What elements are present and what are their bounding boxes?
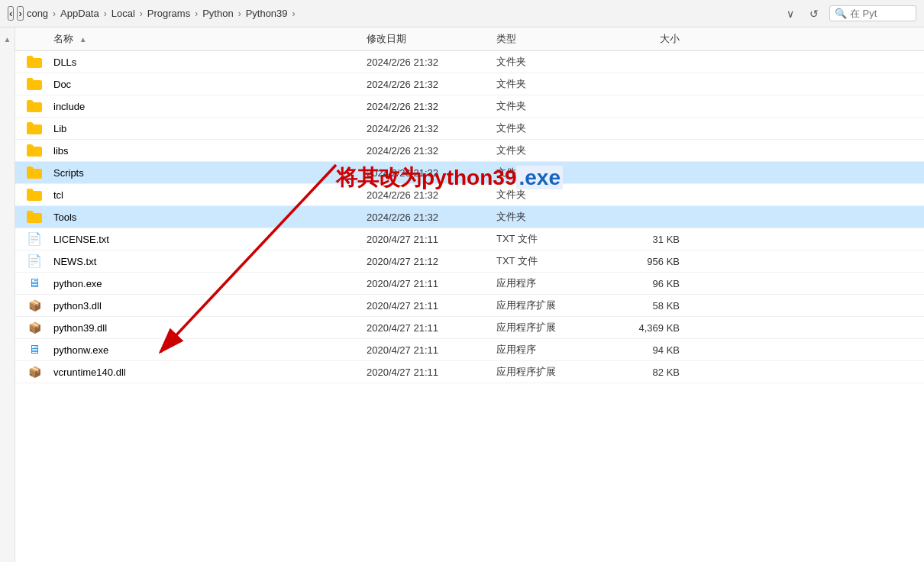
breadcrumb-sep-6: › — [292, 8, 296, 19]
file-name-cell: python.exe — [53, 278, 367, 289]
breadcrumb-sep-4: › — [195, 8, 198, 19]
file-size-cell: 94 KB — [619, 344, 695, 356]
file-date-cell: 2020/4/27 21:11 — [367, 344, 496, 356]
file-icon-cell — [15, 189, 53, 201]
breadcrumb-programs[interactable]: Programs — [147, 8, 190, 19]
search-input[interactable] — [850, 8, 911, 19]
breadcrumb-cong[interactable]: cong — [27, 8, 48, 19]
file-type-cell: 文件夹 — [496, 144, 619, 157]
table-row[interactable]: 📦 python39.dll 2020/4/27 21:11 应用程序扩展 4,… — [15, 317, 924, 339]
file-size-cell: 96 KB — [619, 278, 695, 289]
file-name-cell: pythonw.exe — [53, 344, 367, 356]
file-size-cell: 4,369 KB — [619, 322, 695, 334]
file-icon-cell: 📄 — [15, 233, 53, 245]
breadcrumb-appdata[interactable]: AppData — [60, 8, 99, 19]
file-date-cell: 2024/2/26 21:32 — [367, 79, 496, 90]
file-date-cell: 2024/2/26 21:32 — [367, 101, 496, 112]
table-row[interactable]: 📦 python3.dll 2020/4/27 21:11 应用程序扩展 58 … — [15, 295, 924, 317]
folder-icon — [27, 189, 42, 201]
breadcrumb-sep-3: › — [140, 8, 143, 19]
file-type-cell: 文件夹 — [496, 121, 619, 135]
breadcrumb-local[interactable]: Local — [111, 8, 135, 19]
file-icon-cell — [15, 144, 53, 157]
folder-icon — [27, 78, 42, 90]
dropdown-button[interactable]: ∨ — [782, 6, 799, 21]
file-date-cell: 2024/2/26 21:32 — [367, 57, 496, 68]
sort-arrow-name: ▲ — [79, 35, 87, 44]
file-date-cell: 2020/4/27 21:11 — [367, 367, 496, 378]
breadcrumb-python39[interactable]: Python39 — [246, 8, 288, 19]
folder-icon — [27, 100, 42, 112]
search-box[interactable]: 🔍 — [829, 5, 916, 21]
table-row[interactable]: Lib 2024/2/26 21:32 文件夹 — [15, 118, 924, 140]
file-size-cell: 31 KB — [619, 234, 695, 245]
file-name-cell: DLLs — [53, 57, 367, 68]
table-row[interactable]: Doc 2024/2/26 21:32 文件夹 — [15, 73, 924, 95]
file-name-cell: python39.dll — [53, 322, 367, 334]
file-size-cell: 956 KB — [619, 256, 695, 267]
search-icon: 🔍 — [835, 8, 847, 19]
col-header-size[interactable]: 大小 — [619, 32, 695, 46]
col-header-name[interactable]: 名称 ▲ — [15, 32, 367, 46]
file-size-cell: 82 KB — [619, 367, 695, 378]
table-row[interactable]: 🖥 python.exe 2020/4/27 21:11 应用程序 96 KB — [15, 273, 924, 295]
file-date-cell: 2020/4/27 21:12 — [367, 256, 496, 267]
file-icon-cell — [15, 211, 53, 223]
table-row[interactable]: 📦 vcruntime140.dll 2020/4/27 21:11 应用程序扩… — [15, 361, 924, 383]
folder-icon — [27, 166, 42, 179]
file-name-cell: Tools — [53, 212, 367, 223]
file-icon-cell — [15, 78, 53, 90]
file-icon-cell: 📦 — [15, 322, 53, 333]
file-name-cell: Lib — [53, 123, 367, 134]
breadcrumb-bar: ‹ › cong › AppData › Local › Programs › … — [0, 0, 924, 27]
file-icon-cell — [15, 56, 53, 68]
refresh-button[interactable]: ↺ — [805, 6, 823, 21]
file-name-cell: include — [53, 101, 367, 112]
file-type-cell: 文件夹 — [496, 77, 619, 91]
file-date-cell: 2020/4/27 21:11 — [367, 278, 496, 289]
folder-icon — [27, 56, 42, 68]
file-name-cell: Doc — [53, 79, 367, 90]
dll-icon: 📦 — [28, 322, 41, 333]
table-row[interactable]: Tools 2024/2/26 21:32 文件夹 — [15, 206, 924, 228]
breadcrumb-python[interactable]: Python — [202, 8, 233, 19]
table-row[interactable]: 📄 NEWS.txt 2020/4/27 21:12 TXT 文件 956 KB — [15, 250, 924, 273]
file-type-cell: 文件夹 — [496, 99, 619, 113]
col-header-type[interactable]: 类型 — [496, 32, 619, 46]
breadcrumb-sep-2: › — [104, 8, 107, 19]
file-type-cell: 应用程序扩展 — [496, 365, 619, 379]
dll-icon: 📦 — [28, 300, 41, 311]
file-type-cell: TXT 文件 — [496, 232, 619, 246]
file-icon-cell — [15, 166, 53, 179]
table-row[interactable]: libs 2024/2/26 21:32 文件夹 — [15, 140, 924, 162]
txt-icon: 📄 — [27, 233, 42, 245]
collapse-arrow[interactable]: ▲ — [3, 35, 11, 44]
exe-icon: 🖥 — [28, 344, 40, 356]
back-button[interactable]: ‹ — [8, 6, 14, 21]
file-name-cell: python3.dll — [53, 300, 367, 312]
file-icon-cell — [15, 100, 53, 112]
breadcrumb-sep-5: › — [238, 8, 241, 19]
column-header: 名称 ▲ 修改日期 类型 大小 — [15, 27, 924, 51]
file-date-cell: 2024/2/26 21:32 — [367, 145, 496, 157]
table-row[interactable]: tcl 2024/2/26 21:32 文件夹 — [15, 184, 924, 206]
file-type-cell: 应用程序扩展 — [496, 299, 619, 312]
folder-icon — [27, 211, 42, 223]
file-date-cell: 2024/2/26 21:32 — [367, 212, 496, 223]
breadcrumb-actions: ∨ ↺ 🔍 — [782, 5, 916, 21]
col-header-date[interactable]: 修改日期 — [367, 32, 496, 46]
file-type-cell: 文件夹 — [496, 55, 619, 69]
table-row[interactable]: 📄 LICENSE.txt 2020/4/27 21:11 TXT 文件 31 … — [15, 228, 924, 250]
main-area: ▲ 名称 ▲ 修改日期 类型 大小 DLLs 2024/2/26 21:32 文… — [0, 27, 924, 562]
table-row[interactable]: include 2024/2/26 21:32 文件夹 — [15, 95, 924, 118]
file-date-cell: 2020/4/27 21:11 — [367, 322, 496, 334]
file-type-cell: 应用程序 — [496, 276, 619, 290]
exe-icon: 🖥 — [28, 277, 40, 289]
file-type-cell: 应用程序扩展 — [496, 321, 619, 334]
left-panel: ▲ — [0, 27, 15, 562]
forward-button[interactable]: › — [17, 6, 23, 21]
file-date-cell: 2020/4/27 21:11 — [367, 234, 496, 245]
table-row[interactable]: 🖥 pythonw.exe 2020/4/27 21:11 应用程序 94 KB — [15, 339, 924, 361]
table-row[interactable]: DLLs 2024/2/26 21:32 文件夹 — [15, 51, 924, 73]
table-row[interactable]: Scripts 2024/2/26 21:32 文件夹 — [15, 162, 924, 184]
